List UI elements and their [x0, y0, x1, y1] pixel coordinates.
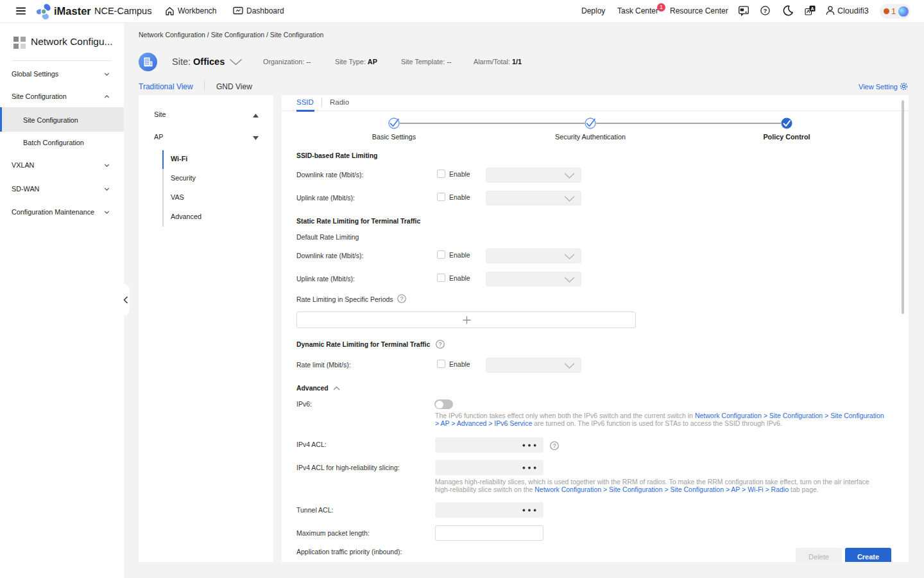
svg-text:A: A [810, 6, 814, 11]
svg-text:?: ? [400, 295, 403, 302]
svg-text:Basic Settings: Basic Settings [372, 133, 416, 141]
svg-text:Security Authentication: Security Authentication [555, 133, 626, 141]
svg-text:?: ? [764, 7, 767, 14]
svg-text:?: ? [552, 442, 556, 449]
svg-text:?: ? [438, 341, 441, 347]
svg-text:Policy Control: Policy Control [763, 133, 810, 141]
